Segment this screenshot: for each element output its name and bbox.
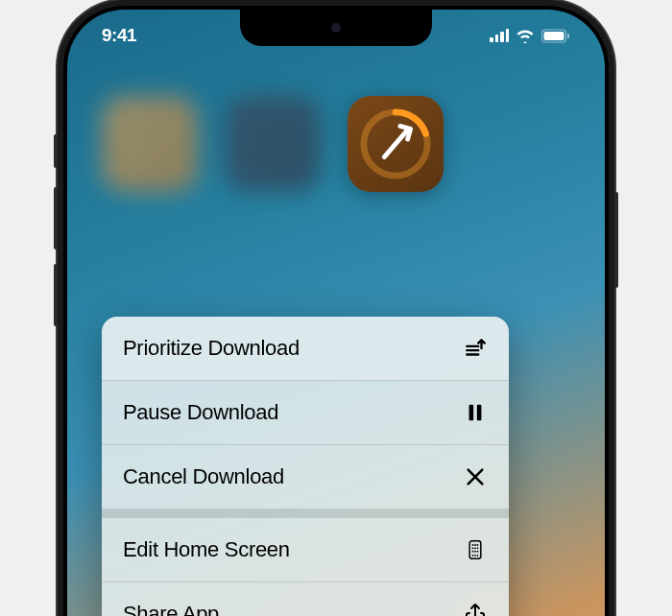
wifi-icon	[516, 29, 535, 43]
svg-point-7	[472, 544, 474, 546]
svg-point-8	[474, 544, 476, 546]
menu-item-cancel-download[interactable]: Cancel Download	[102, 445, 509, 509]
menu-item-prioritize-download[interactable]: Prioritize Download	[102, 317, 509, 380]
download-progress-icon	[358, 107, 433, 181]
svg-rect-1	[544, 32, 564, 40]
svg-point-18	[477, 555, 479, 557]
side-buttons-left	[54, 134, 58, 341]
svg-point-11	[474, 547, 476, 549]
svg-point-13	[472, 551, 474, 553]
menu-item-label: Pause Download	[123, 400, 278, 425]
svg-rect-2	[567, 34, 569, 38]
svg-rect-4	[469, 405, 474, 421]
svg-point-10	[472, 547, 474, 549]
x-icon	[463, 464, 488, 489]
context-menu: Prioritize Download Pause Download	[102, 317, 509, 616]
menu-item-label: Edit Home Screen	[123, 537, 290, 562]
svg-point-12	[477, 547, 479, 549]
phone-screen: 9:41	[67, 10, 605, 616]
svg-point-9	[477, 544, 479, 546]
svg-rect-5	[477, 405, 482, 421]
iphone-device-frame: 9:41	[58, 0, 614, 616]
svg-point-17	[474, 555, 476, 557]
app-icon-blurred	[225, 96, 321, 192]
menu-item-share-app[interactable]: Share App	[102, 582, 509, 616]
phone-grid-icon	[463, 537, 488, 562]
menu-item-label: Prioritize Download	[123, 336, 300, 361]
share-icon	[463, 602, 488, 616]
downloading-app-icon[interactable]	[348, 96, 444, 192]
menu-item-edit-home-screen[interactable]: Edit Home Screen	[102, 518, 509, 581]
side-buttons-right	[614, 192, 618, 288]
pause-icon	[463, 400, 488, 425]
svg-point-15	[477, 551, 479, 553]
notch	[240, 10, 432, 46]
app-icon-blurred	[102, 96, 198, 192]
menu-item-label: Share App	[123, 602, 219, 616]
prioritize-icon	[463, 336, 488, 361]
svg-point-16	[472, 555, 474, 557]
svg-point-14	[474, 551, 476, 553]
menu-item-label: Cancel Download	[123, 464, 284, 489]
battery-icon	[541, 29, 570, 43]
status-time: 9:41	[102, 25, 136, 46]
cellular-signal-icon	[490, 29, 509, 42]
menu-item-pause-download[interactable]: Pause Download	[102, 381, 509, 444]
home-screen[interactable]: Prioritize Download Pause Download	[67, 96, 605, 616]
